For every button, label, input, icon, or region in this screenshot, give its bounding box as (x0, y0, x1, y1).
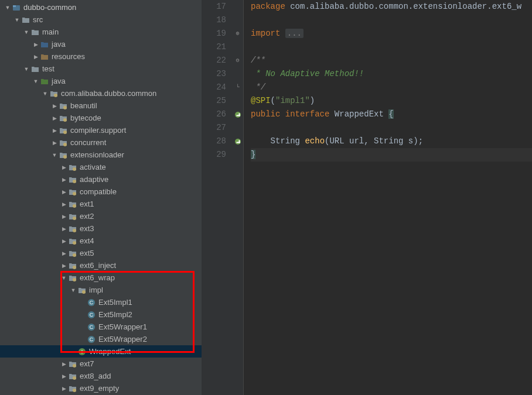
fold-marks-gutter[interactable]: ⊕⊖└ (232, 0, 244, 395)
tree-node[interactable]: ▼com.alibaba.dubbo.common (0, 87, 202, 99)
svg-point-15 (73, 253, 76, 257)
gutter-mark (232, 40, 243, 54)
tree-node[interactable]: ▶beanutil (0, 99, 202, 112)
tree-node-label: ext1 (80, 200, 94, 208)
package-icon (69, 163, 77, 171)
tree-node[interactable]: ▶ext6_inject (0, 259, 202, 272)
tree-node[interactable]: ▼dubbo-common (0, 1, 202, 13)
folder-icon (31, 65, 39, 73)
gutter-mark[interactable] (232, 108, 243, 121)
code-line[interactable]: * No Adaptive Method!! (251, 67, 532, 81)
tree-node[interactable]: ▼ext6_wrap (0, 272, 202, 284)
chevron-down-icon[interactable]: ▼ (14, 17, 20, 23)
svg-point-10 (73, 192, 76, 195)
code-line[interactable]: String echo(URL url, String s); (251, 135, 532, 148)
chevron-right-icon[interactable]: ▶ (33, 54, 39, 60)
code-line[interactable]: package com.alibaba.dubbo.common.extensi… (251, 0, 532, 13)
code-line[interactable]: @SPI("impl1") (251, 94, 532, 108)
chevron-down-icon[interactable]: ▼ (42, 91, 48, 97)
chevron-right-icon[interactable]: ▶ (52, 103, 57, 109)
tree-node[interactable]: ▶ext9_empty (0, 382, 202, 394)
chevron-right-icon[interactable]: ▶ (61, 214, 67, 219)
tree-node[interactable]: ▶CExt5Impl2 (0, 308, 202, 321)
chevron-right-icon[interactable]: ▶ (61, 189, 67, 195)
code-token: (URL url, String s); (325, 136, 423, 146)
code-line[interactable]: import ... (251, 27, 532, 40)
tree-node[interactable]: ▼extensionloader (0, 149, 202, 161)
tree-node[interactable]: ▶CExt5Wrapper2 (0, 333, 202, 345)
chevron-right-icon[interactable]: ▶ (52, 128, 57, 133)
svg-point-12 (73, 217, 76, 220)
gutter-mark[interactable]: ⊖ (232, 54, 243, 67)
chevron-right-icon[interactable]: ▶ (61, 250, 67, 256)
folder-icon (31, 28, 39, 36)
tree-node-label: Ext5Wrapper1 (98, 322, 147, 331)
tree-node[interactable]: ▼main (0, 26, 202, 38)
gutter-mark (232, 148, 243, 162)
chevron-down-icon[interactable]: ▼ (70, 287, 76, 293)
tree-node-label: ext9_empty (80, 384, 119, 393)
tree-node[interactable]: ▼test (0, 63, 202, 75)
tree-node[interactable]: ▼src (0, 13, 202, 26)
project-tree[interactable]: ▼dubbo-common▼src▼main▶java▶resources▼te… (0, 0, 202, 394)
chevron-right-icon[interactable]: ▶ (61, 361, 67, 367)
code-line[interactable]: */ (251, 81, 532, 94)
tree-node[interactable]: ▶ext2 (0, 210, 202, 222)
code-line[interactable]: public interface WrappedExt { (251, 108, 532, 121)
tree-node[interactable]: ▶ext3 (0, 222, 202, 235)
gutter-mark[interactable] (232, 135, 243, 148)
chevron-right-icon[interactable]: ▶ (52, 140, 57, 146)
code-editor[interactable]: 171819212223242526272829 ⊕⊖└ package com… (202, 0, 532, 395)
chevron-down-icon[interactable]: ▼ (5, 5, 11, 11)
tree-node[interactable]: ▶bytecode (0, 112, 202, 124)
tree-node[interactable]: ▶IWrappedExt (0, 345, 202, 358)
fold-expand-icon[interactable]: ⊕ (236, 27, 239, 40)
chevron-down-icon[interactable]: ▼ (52, 152, 57, 158)
tree-node[interactable]: ▶compiler.support (0, 124, 202, 136)
tree-node[interactable]: ▶ext1 (0, 198, 202, 210)
code-line[interactable] (251, 13, 532, 27)
chevron-right-icon[interactable]: ▶ (61, 177, 67, 183)
code-token: @SPI (251, 96, 271, 105)
chevron-right-icon[interactable]: ▶ (61, 164, 67, 170)
code-line[interactable]: /** (251, 54, 532, 67)
gutter-mark[interactable]: ⊕ (232, 27, 243, 40)
chevron-right-icon[interactable]: ▶ (61, 263, 67, 269)
tree-node[interactable]: ▶resources (0, 50, 202, 63)
code-line[interactable] (251, 40, 532, 54)
chevron-down-icon[interactable]: ▼ (33, 78, 39, 84)
chevron-down-icon[interactable]: ▼ (23, 66, 29, 72)
tree-node[interactable]: ▶CExt5Wrapper1 (0, 321, 202, 333)
tree-node[interactable]: ▶ext5 (0, 247, 202, 259)
code-area[interactable]: package com.alibaba.dubbo.common.extensi… (244, 0, 532, 395)
tree-node[interactable]: ▶adaptive (0, 173, 202, 186)
tree-node[interactable]: ▶ext7 (0, 358, 202, 370)
override-icon[interactable] (235, 112, 241, 118)
chevron-right-icon[interactable]: ▶ (52, 115, 57, 121)
fold-collapse-icon[interactable]: ⊖ (236, 54, 239, 67)
chevron-down-icon[interactable]: ▼ (61, 275, 67, 281)
tree-node[interactable]: ▶ext4 (0, 235, 202, 247)
chevron-down-icon[interactable]: ▼ (23, 29, 29, 35)
line-number: 24 (202, 81, 226, 94)
tree-node[interactable]: ▶compatible (0, 186, 202, 198)
interface-icon: I (78, 348, 86, 356)
chevron-right-icon[interactable]: ▶ (61, 373, 67, 379)
gutter-mark[interactable]: └ (232, 81, 243, 94)
tree-node[interactable]: ▶java (0, 38, 202, 50)
chevron-right-icon[interactable]: ▶ (61, 238, 67, 244)
override-icon[interactable] (235, 139, 241, 145)
tree-node[interactable]: ▶concurrent (0, 136, 202, 149)
chevron-right-icon[interactable]: ▶ (61, 226, 67, 232)
tree-node[interactable]: ▶activate (0, 161, 202, 173)
tree-node-label: java (52, 40, 66, 49)
chevron-right-icon[interactable]: ▶ (33, 42, 39, 47)
code-line[interactable]: } (251, 148, 532, 162)
tree-node[interactable]: ▶CExt5Impl1 (0, 296, 202, 308)
tree-node[interactable]: ▼impl (0, 284, 202, 296)
tree-node[interactable]: ▼java (0, 75, 202, 87)
code-line[interactable] (251, 121, 532, 135)
chevron-right-icon[interactable]: ▶ (61, 386, 67, 391)
chevron-right-icon[interactable]: ▶ (61, 201, 67, 207)
tree-node[interactable]: ▶ext8_add (0, 370, 202, 382)
